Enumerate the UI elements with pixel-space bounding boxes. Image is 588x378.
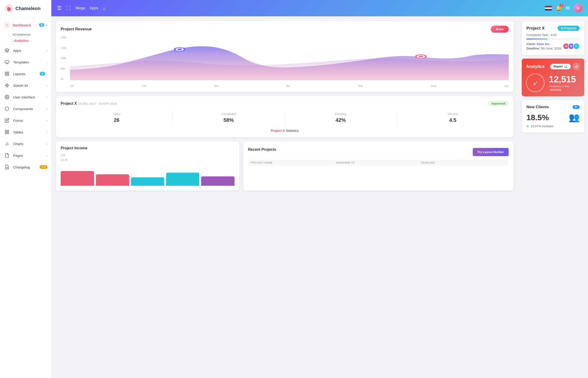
more-button[interactable]: More [491, 26, 509, 33]
approved-status-badge: Approved [488, 101, 509, 106]
project-revenue-card: Project Revenue More 200k 150k 100k 50k … [56, 21, 513, 92]
chart-title: Project Revenue [61, 27, 92, 31]
layouts-badge: 5 [40, 72, 45, 76]
avatar-3: C [573, 43, 580, 50]
col-project-name: PROJECT NAME [251, 161, 336, 164]
expand-icon[interactable]: ⛶ [66, 6, 71, 11]
doc-icon [4, 164, 10, 170]
right-project-title: Project X [526, 26, 545, 31]
chevron-right-icon10: › [46, 154, 47, 157]
chevron-right-icon5: › [46, 95, 47, 99]
svg-point-1 [7, 7, 9, 8]
layout-icon [4, 70, 10, 77]
svg-rect-7 [5, 72, 7, 73]
version-stat: Version 4.5 [397, 110, 509, 125]
sidebar-item-dashboard[interactable]: ⌂ Dashboard 3 ▾ [0, 19, 51, 31]
progress-fill [526, 39, 548, 40]
table-header-row: PROJECT NAME ASSIGNED TO DEADLINE [248, 159, 509, 166]
chevron-right-icon4: › [46, 84, 47, 87]
increase-arrow-icon: ⊕ [526, 124, 529, 128]
project-stats-title: Project X [61, 102, 78, 106]
sidebar-item-apps[interactable]: Apps › [0, 45, 51, 56]
income-chart [61, 162, 235, 186]
avatars-row: A B C [563, 43, 580, 50]
svg-marker-3 [5, 49, 9, 50]
header-nav-apps[interactable]: Apps [90, 6, 98, 10]
svg-rect-15 [7, 133, 9, 134]
main-area: ☰ ⛶ Mega Apps ⌕ 🔔 5 ✉ U Project Revenue [51, 0, 588, 378]
stats-row: Tasks 26 Completed 58% Pending 42% Versi… [61, 110, 509, 125]
people-icon: 👥 [569, 112, 580, 122]
project-stats-link[interactable]: Project X Statistics [61, 129, 509, 133]
deadline-row: Deadline: 5th June, 2018 [526, 47, 561, 50]
project-income-title: Project Income [61, 146, 235, 150]
language-flag[interactable] [545, 6, 552, 11]
sidebar-item-templates[interactable]: Templates › [0, 56, 51, 68]
analytics-card: Analytics Report 📊 ⚙ ↙ 12,515 [522, 59, 584, 96]
pending-stat: Pending 42% [285, 110, 397, 125]
grid-icon [4, 129, 10, 135]
client-row: Client: Xeon Inc. [526, 42, 561, 46]
bar-chart-icon [4, 140, 10, 147]
sidebar-item-ecommerce[interactable]: eCommerce [13, 31, 51, 38]
monitor-icon [4, 59, 10, 65]
header-nav-mega[interactable]: Mega [76, 6, 85, 10]
layers-icon [4, 47, 10, 54]
main-content: Project Revenue More 200k 150k 100k 50k … [51, 16, 518, 378]
svg-point-2 [7, 7, 8, 7]
new-clients-card: New Clients 5+ 18.5% 👥 ⊕ 23.67% increase [522, 100, 584, 133]
svg-point-12 [7, 97, 8, 98]
sidebar-item-pages[interactable]: Pages › [0, 149, 51, 161]
sidebar-navigation: ⌂ Dashboard 3 ▾ eCommerce Analytics Apps… [0, 17, 51, 378]
search-icon[interactable]: ⌕ [103, 6, 106, 11]
header: ☰ ⛶ Mega Apps ⌕ 🔔 5 ✉ U [51, 0, 588, 16]
project-date-range: 24 DEC 2017 - 09 APR 2019 [78, 102, 117, 106]
edit-icon [4, 117, 10, 124]
header-nav: Mega Apps [76, 6, 98, 10]
changelog-badge: 1.2 [40, 165, 47, 169]
hamburger-icon[interactable]: ☰ [57, 5, 62, 11]
content-area: Project Revenue More 200k 150k 100k 50k … [51, 16, 588, 378]
sidebar-item-layouts[interactable]: Layouts 5 › [0, 68, 51, 80]
sidebar-item-analytics[interactable]: Analytics [13, 38, 51, 44]
sidebar-item-starter-kit[interactable]: Starter kit › [0, 80, 51, 91]
col-deadline: DEADLINE [421, 161, 506, 164]
revenue-chart: 200k 150k 100k 50k 0k [61, 36, 509, 87]
sidebar-item-forms[interactable]: Forms › [0, 115, 51, 126]
svg-point-23 [177, 49, 182, 50]
chevron-right-icon6: › [46, 107, 47, 111]
svg-marker-11 [5, 83, 9, 87]
col-assigned-to: ASSIGNED TO [336, 161, 421, 164]
file-icon [4, 152, 10, 159]
svg-rect-16 [5, 133, 7, 134]
sidebar: Chameleon ⌂ Dashboard 3 ▾ eCommerce Anal… [0, 0, 51, 378]
mail-icon[interactable]: ✉ [566, 5, 570, 11]
sidebar-logo: Chameleon [0, 0, 51, 17]
bolt-icon [4, 82, 10, 89]
dashboard-badge: 3 [39, 23, 44, 27]
home-icon: ⌂ [4, 22, 10, 28]
income-bar-3 [131, 177, 164, 186]
chevron-right-icon: › [46, 49, 47, 52]
chevron-right-icon2: › [46, 60, 47, 64]
user-avatar[interactable]: U [574, 4, 582, 13]
dashboard-label: Dashboard [13, 23, 31, 27]
chevron-right-icon7: › [46, 119, 47, 122]
sidebar-item-tables[interactable]: Tables › [0, 126, 51, 138]
recent-projects-card: Recent Projects Try Layout Builder PROJE… [243, 141, 513, 190]
sidebar-item-components[interactable]: Components › [0, 103, 51, 115]
svg-rect-10 [5, 74, 7, 76]
try-layout-builder-button[interactable]: Try Layout Builder [473, 148, 509, 156]
new-clients-title: New Clients [526, 105, 549, 109]
tasks-stat: Tasks 26 [61, 110, 173, 125]
completed-stat: Completed 58% [173, 110, 285, 125]
trend-down-icon: ↙ [533, 79, 538, 87]
notifications-button[interactable]: 🔔 5 [556, 5, 562, 11]
bottom-row: Project Income 15k 12.5k Recent Projects [56, 141, 513, 190]
sidebar-item-charts[interactable]: Charts › [0, 138, 51, 149]
sidebar-item-user-interface[interactable]: User Interface › [0, 91, 51, 103]
deadline-value: 5th June, 2018 [541, 47, 561, 50]
increase-text: ⊕ 23.67% increase [526, 124, 580, 128]
sidebar-item-changelog[interactable]: Changelog 1.2 [0, 161, 51, 173]
settings-icon [4, 94, 10, 100]
